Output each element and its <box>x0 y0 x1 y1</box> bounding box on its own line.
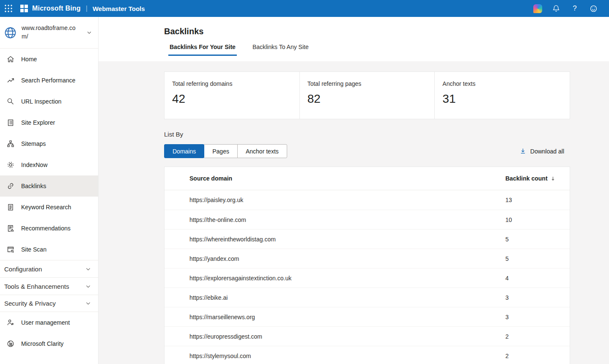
document-alert-icon <box>6 224 15 233</box>
sidebar-item-label: Sitemaps <box>21 140 46 147</box>
notifications-button[interactable] <box>550 2 562 15</box>
download-all-label: Download all <box>530 148 564 155</box>
site-url: www.roadtoframe.com/ <box>22 24 81 41</box>
sidebar-item-indexnow[interactable]: IndexNow <box>0 154 98 175</box>
sidebar-section-security-privacy[interactable]: Security & Privacy <box>0 295 98 312</box>
column-header-backlink-count[interactable]: Backlink count <box>505 175 570 182</box>
backlink-count-cell: 5 <box>505 236 570 243</box>
sidebar-item-backlinks[interactable]: Backlinks <box>0 175 98 197</box>
trending-up-icon <box>6 76 15 85</box>
sidebar-section-configuration[interactable]: Configuration <box>0 260 98 277</box>
source-domain-cell: https://explorersagainstextinction.co.uk <box>165 275 505 282</box>
backlink-count-cell: 3 <box>505 294 570 301</box>
sidebar-section-label: Tools & Enhancements <box>4 283 69 290</box>
segment-anchor-texts[interactable]: Anchor texts <box>237 144 287 158</box>
stat-card-anchor-texts: Anchor texts 31 <box>434 71 570 119</box>
link-icon <box>6 182 15 190</box>
sidebar-item-search-performance[interactable]: Search Performance <box>0 70 98 91</box>
controls-row: Domains Pages Anchor texts Download all <box>164 144 570 158</box>
waffle-icon <box>4 4 13 13</box>
main-area: Backlinks Backlinks For Your Site Backli… <box>99 17 609 364</box>
product-name: Webmaster Tools <box>93 5 145 12</box>
segment-pages[interactable]: Pages <box>204 144 238 158</box>
source-domain-cell: https://stylemysoul.com <box>165 353 505 359</box>
backlink-count-cell: 13 <box>505 197 570 203</box>
tab-backlinks-for-your-site[interactable]: Backlinks For Your Site <box>168 44 237 56</box>
app-launcher-waffle-icon[interactable] <box>0 0 17 17</box>
stat-card-referring-domains: Total referring domains 42 <box>164 71 300 119</box>
tab-backlinks-to-any-site[interactable]: Backlinks To Any Site <box>251 44 310 56</box>
copilot-icon <box>533 4 542 13</box>
column-header-label: Backlink count <box>505 175 548 182</box>
stat-card-referring-pages: Total referring pages 82 <box>299 71 435 119</box>
table-row[interactable]: https://paisley.org.uk 13 <box>165 190 570 210</box>
source-domain-cell: https://ebike.ai <box>165 294 505 301</box>
sidebar-item-label: Backlinks <box>21 183 46 189</box>
table-row[interactable]: https://ebike.ai 3 <box>165 287 570 307</box>
sidebar-item-label: Site Scan <box>21 246 47 253</box>
table-row[interactable]: https://yandex.com 5 <box>165 249 570 268</box>
sidebar-item-recommendations[interactable]: Recommendations <box>0 218 98 239</box>
stat-value: 42 <box>172 92 292 106</box>
sidebar: www.roadtoframe.com/ Home Search Perform… <box>0 17 99 364</box>
backlink-count-cell: 2 <box>505 333 570 340</box>
document-list-icon <box>6 118 15 127</box>
chevron-down-icon <box>85 266 91 272</box>
table-row[interactable]: https://marseillenews.org 3 <box>165 307 570 326</box>
chevron-down-icon <box>86 30 92 36</box>
bing-home-link[interactable]: Microsoft Bing | Webmaster Tools <box>20 5 145 12</box>
document-lines-icon <box>6 203 15 211</box>
source-domain-cell: https://europressdigest.com <box>165 333 505 340</box>
table-header-row: Source domain Backlink count <box>165 167 570 190</box>
sidebar-item-url-inspection[interactable]: URL Inspection <box>0 91 98 112</box>
stat-label: Anchor texts <box>442 80 562 87</box>
sidebar-item-label: Site Explorer <box>21 119 55 126</box>
stat-label: Total referring domains <box>172 80 292 87</box>
sidebar-item-home[interactable]: Home <box>0 49 98 70</box>
hierarchy-icon <box>6 140 15 148</box>
table-row[interactable]: https://explorersagainstextinction.co.uk… <box>165 268 570 287</box>
sidebar-item-label: Keyword Research <box>21 204 71 211</box>
tab-bar: Backlinks For Your Site Backlinks To Any… <box>168 44 609 56</box>
segment-domains[interactable]: Domains <box>164 144 204 158</box>
sidebar-item-label: Home <box>21 56 37 63</box>
brand-separator: | <box>86 5 88 12</box>
chevron-down-icon <box>85 300 91 307</box>
sidebar-item-label: Search Performance <box>21 77 75 84</box>
home-icon <box>6 55 15 63</box>
list-by-label: List By <box>164 131 570 138</box>
table-row[interactable]: https://europressdigest.com 2 <box>165 326 570 346</box>
site-selector-dropdown[interactable]: www.roadtoframe.com/ <box>0 17 98 49</box>
backlink-count-cell: 10 <box>505 216 570 223</box>
table-row[interactable]: https://whereintheworldistag.com 5 <box>165 229 570 249</box>
sidebar-item-site-scan[interactable]: Site Scan <box>0 239 98 260</box>
copilot-button[interactable] <box>531 2 544 15</box>
browser-scan-icon <box>6 245 15 254</box>
backlink-count-cell: 5 <box>505 255 570 262</box>
smiley-icon <box>589 4 598 13</box>
backlink-count-cell: 4 <box>505 275 570 282</box>
table-row[interactable]: https://stylemysoul.com 2 <box>165 346 570 364</box>
source-domain-cell: https://yandex.com <box>165 255 505 262</box>
page-title: Backlinks <box>164 17 609 36</box>
backlink-count-cell: 3 <box>505 314 570 320</box>
feedback-button[interactable] <box>587 2 600 15</box>
help-button[interactable]: ? <box>568 2 581 15</box>
sidebar-section-tools-enhancements[interactable]: Tools & Enhancements <box>0 277 98 295</box>
sidebar-section-label: Configuration <box>4 265 42 273</box>
sidebar-item-microsoft-clarity[interactable]: Microsoft Clarity <box>0 333 98 354</box>
person-gear-icon <box>6 318 15 327</box>
content: Total referring domains 42 Total referri… <box>99 61 609 364</box>
bell-icon <box>552 4 560 13</box>
sidebar-item-site-explorer[interactable]: Site Explorer <box>0 112 98 133</box>
sidebar-item-user-management[interactable]: User management <box>0 312 98 333</box>
sidebar-item-label: URL Inspection <box>21 98 61 105</box>
column-header-source-domain: Source domain <box>165 175 505 182</box>
source-domain-cell: https://the-online.com <box>165 216 505 223</box>
sidebar-item-keyword-research[interactable]: Keyword Research <box>0 197 98 218</box>
table-row[interactable]: https://the-online.com 10 <box>165 210 570 229</box>
clarity-icon <box>6 339 15 348</box>
download-all-button[interactable]: Download all <box>519 148 570 155</box>
sidebar-item-sitemaps[interactable]: Sitemaps <box>0 133 98 154</box>
backlink-count-cell: 2 <box>505 353 570 359</box>
